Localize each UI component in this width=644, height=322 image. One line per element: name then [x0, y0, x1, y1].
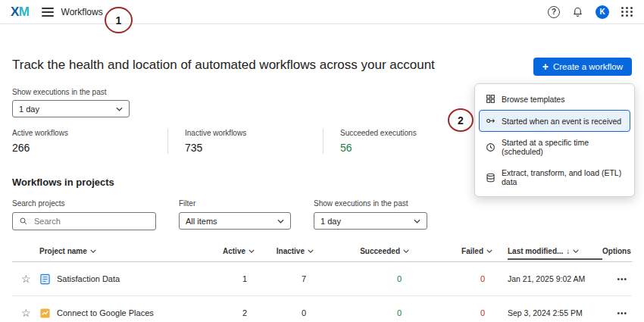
column-header-project-name[interactable]: Project name	[39, 247, 200, 255]
chevron-down-icon	[573, 249, 579, 253]
apps-grid-icon[interactable]	[621, 7, 633, 17]
search-projects-input[interactable]	[33, 216, 149, 227]
chevron-down-icon	[116, 107, 123, 111]
stat-value: 266	[12, 142, 167, 154]
table-executions-value: 1 day	[320, 217, 341, 226]
hamburger-menu-icon[interactable]	[42, 8, 54, 17]
search-box	[12, 212, 156, 230]
event-icon	[486, 116, 496, 126]
last-modified: Sep 3, 2024 2:55 PM	[508, 308, 602, 317]
logo-m: M	[19, 5, 30, 19]
failed-count: 0	[424, 274, 508, 283]
annotation-step-1: 1	[105, 7, 133, 33]
project-name: Connect to Google Places	[57, 308, 154, 317]
succeeded-count: 0	[329, 308, 424, 317]
create-workflow-button[interactable]: + Create a workflow	[533, 58, 632, 76]
column-header-failed[interactable]: Failed	[424, 247, 508, 255]
active-count: 1	[200, 274, 270, 283]
table-executions-label: Show executions in the past	[314, 199, 427, 208]
row-options-button[interactable]: •••	[602, 309, 632, 317]
survey-project-icon	[39, 274, 51, 285]
succeeded-count: 0	[329, 274, 424, 283]
help-icon[interactable]: ?	[548, 6, 560, 18]
stat-active-workflows: Active workflows 266	[12, 129, 167, 154]
favorite-star-icon[interactable]: ☆	[12, 307, 39, 319]
database-icon	[486, 173, 496, 183]
filter-value: All items	[186, 217, 217, 226]
active-count: 2	[200, 308, 270, 317]
filter-select[interactable]: All items	[179, 212, 291, 230]
plus-icon: +	[542, 63, 549, 71]
projects-table: Project name Active Inactive Succeeded F…	[12, 242, 632, 322]
column-header-last-modified[interactable]: Last modified... ↓	[508, 247, 602, 260]
create-workflow-menu: Browse templates Started when an event i…	[474, 83, 635, 197]
stat-label: Active workflows	[12, 129, 167, 137]
menu-item-label: Browse templates	[502, 95, 564, 104]
notifications-bell-icon[interactable]	[572, 6, 583, 17]
stat-succeeded-executions: Succeeded executions 56	[323, 129, 478, 154]
logo-x: X	[11, 5, 19, 19]
inactive-count: 0	[270, 308, 329, 317]
menu-item-etl-data[interactable]: Extract, transform, and load (ETL) data	[479, 162, 630, 192]
executions-period-select[interactable]: 1 day	[12, 100, 130, 117]
table-executions-select[interactable]: 1 day	[314, 212, 427, 230]
column-header-options: Options	[602, 247, 634, 255]
search-icon	[19, 217, 28, 226]
xm-logo[interactable]: XM	[11, 5, 30, 20]
stat-value: 56	[340, 142, 478, 154]
filter-label: Filter	[179, 199, 291, 208]
table-header-row: Project name Active Inactive Succeeded F…	[12, 242, 632, 262]
menu-item-label: Started at a specific time (scheduled)	[502, 138, 624, 156]
chevron-down-icon	[403, 249, 409, 253]
sort-descending-icon: ↓	[566, 247, 570, 255]
column-header-succeeded[interactable]: Succeeded	[329, 247, 424, 255]
failed-count: 0	[424, 308, 508, 317]
favorite-star-icon[interactable]: ☆	[12, 273, 39, 285]
stat-inactive-workflows: Inactive workflows 735	[167, 129, 323, 154]
menu-item-label: Extract, transform, and load (ETL) data	[502, 168, 624, 186]
page-title: Track the health and location of automat…	[12, 58, 435, 73]
inactive-count: 7	[270, 274, 329, 283]
project-name-cell[interactable]: Satisfaction Data	[39, 274, 200, 285]
chevron-down-icon	[308, 249, 314, 253]
menu-item-scheduled[interactable]: Started at a specific time (scheduled)	[479, 132, 630, 162]
chevron-down-icon	[249, 249, 255, 253]
table-row[interactable]: ☆ Satisfaction Data 1 7 0 0 Jan 21, 2025…	[12, 262, 632, 296]
menu-item-browse-templates[interactable]: Browse templates	[479, 88, 630, 110]
imported-data-project-icon	[39, 308, 51, 319]
chevron-down-icon	[486, 249, 492, 253]
column-header-active[interactable]: Active	[200, 247, 270, 255]
column-header-inactive[interactable]: Inactive	[270, 247, 329, 255]
chevron-down-icon	[277, 219, 284, 224]
create-workflow-label: Create a workflow	[553, 62, 623, 71]
templates-grid-icon	[486, 94, 496, 104]
topbar-actions: ? K	[548, 5, 633, 19]
chevron-down-icon	[414, 219, 420, 224]
menu-item-event-received[interactable]: Started when an event is received	[479, 110, 630, 132]
annotation-step-2: 2	[448, 108, 474, 132]
row-options-button[interactable]: •••	[602, 275, 632, 283]
user-avatar[interactable]: K	[596, 5, 609, 19]
project-name-cell[interactable]: Connect to Google Places	[39, 308, 200, 319]
executions-period-value: 1 day	[19, 105, 39, 114]
chevron-down-icon	[90, 249, 96, 253]
last-modified: Jan 21, 2025 9:02 AM	[508, 274, 602, 283]
topbar: XM Workflows ? K	[0, 0, 644, 24]
topbar-title: Workflows	[61, 7, 103, 17]
menu-item-label: Started when an event is received	[502, 117, 621, 126]
project-name: Satisfaction Data	[57, 274, 120, 283]
stat-value: 735	[185, 142, 323, 154]
clock-icon	[486, 142, 496, 152]
search-projects-label: Search projects	[12, 199, 156, 208]
stat-label: Inactive workflows	[185, 129, 323, 137]
table-row[interactable]: ☆ Connect to Google Places 2 0 0 0 Sep 3…	[12, 296, 632, 322]
